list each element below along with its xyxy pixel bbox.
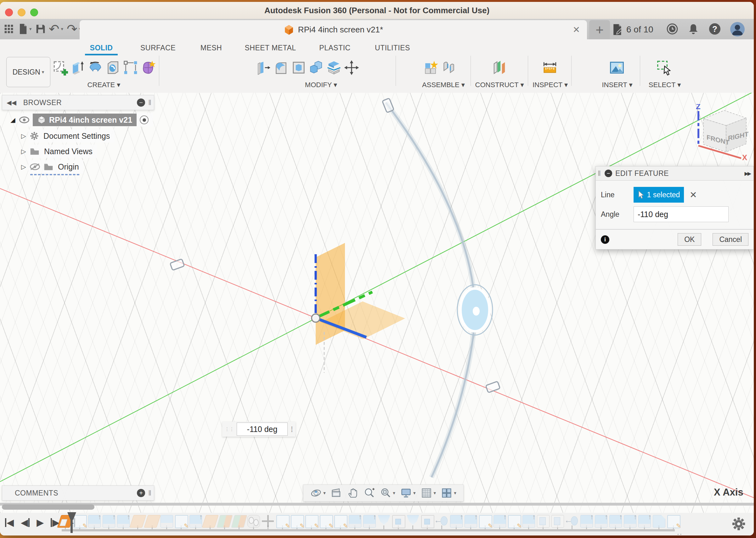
modify-group-label[interactable]: MODIFY ▾ (305, 81, 337, 89)
create-group-label[interactable]: CREATE ▾ (87, 81, 121, 89)
timeline-feature-extrude[interactable] (363, 515, 376, 528)
timeline-feature-planes[interactable] (217, 515, 233, 528)
ribbon-tab-surface[interactable]: SURFACE (141, 44, 176, 52)
timeline-feature-sketch[interactable] (334, 515, 347, 528)
horizontal-sketch-plane[interactable] (321, 301, 405, 339)
visibility-eye-icon[interactable] (19, 116, 29, 123)
canvas-angle-input[interactable]: -110 deg (237, 422, 288, 436)
view-cube[interactable]: Z X FRONT RIGHT (694, 104, 754, 161)
rotate-handle[interactable] (460, 289, 490, 331)
profile-handle[interactable] (170, 259, 184, 270)
browser-panel-header[interactable]: ◀◀ BROWSER − ‖ (2, 95, 154, 110)
viewport-canvas[interactable]: Z X FRONT RIGHT ◀◀ BROWSER − ‖ ◢ (0, 93, 754, 513)
timeline-feature-extrude[interactable] (522, 515, 535, 528)
timeline-feature-extrude[interactable] (609, 515, 622, 528)
timeline-feature-extrude[interactable] (624, 515, 636, 528)
canvas-scrollbar-thumb[interactable] (2, 504, 94, 510)
extrude-button[interactable] (70, 58, 86, 78)
timeline-feature-extrude[interactable] (494, 515, 506, 528)
timeline-feature-extrude[interactable] (580, 515, 593, 528)
joint-button[interactable] (441, 58, 457, 78)
timeline-feature-move[interactable] (262, 515, 274, 527)
activate-component-radio[interactable] (140, 116, 148, 124)
timeline-feature-sketch[interactable] (175, 515, 188, 528)
timeline-feature-extrude[interactable] (103, 515, 115, 528)
browser-minimize-icon[interactable]: − (137, 98, 145, 107)
help-button[interactable]: ? (709, 23, 721, 34)
angle-panel-grip[interactable]: ⋮⋮ (225, 428, 234, 430)
timeline-playhead[interactable] (67, 512, 76, 534)
look-at-button[interactable] (331, 487, 342, 499)
cancel-button[interactable]: Cancel (713, 233, 748, 246)
grid-snap-button[interactable]: ▾ (421, 487, 436, 499)
timeline-feature-extrude[interactable] (595, 515, 608, 528)
timeline-feature-mirror[interactable] (566, 515, 578, 527)
clear-selection-icon[interactable]: ✕ (690, 190, 697, 200)
display-settings-button[interactable]: ▾ (400, 487, 416, 499)
y-axis-handle[interactable] (317, 292, 372, 317)
insert-group-label[interactable]: INSERT ▾ (602, 81, 632, 89)
inspect-group-label[interactable]: INSPECT ▾ (533, 81, 568, 89)
timeline-feature-extrude[interactable] (190, 515, 202, 528)
document-tab[interactable]: RPi4 4inch screen v21* ✕ (80, 20, 587, 39)
comments-drag-grip[interactable]: ‖ (148, 489, 151, 497)
timeline-feature-sketch[interactable] (276, 515, 290, 528)
profile-handle[interactable] (382, 98, 394, 113)
add-comment-icon[interactable]: + (137, 489, 145, 497)
angle-panel-menu-icon[interactable]: ⁞ (291, 428, 293, 431)
canvas-scrollbar-track[interactable] (0, 503, 754, 506)
line-selected-button[interactable]: 1 selected (634, 187, 684, 203)
zoom-button[interactable] (364, 487, 375, 499)
browser-root-row[interactable]: ◢ RPi4 4inch screen v21 (8, 113, 153, 127)
browser-drag-grip[interactable]: ‖ (148, 98, 151, 107)
timeline-feature-cylinders[interactable] (247, 515, 260, 528)
select-button[interactable] (656, 58, 672, 78)
new-component-button[interactable] (423, 58, 439, 78)
pan-button[interactable] (347, 487, 359, 499)
step-back-button[interactable]: ◀ (21, 518, 29, 527)
origin-point[interactable] (312, 314, 320, 322)
job-history-button[interactable] (666, 23, 678, 35)
timeline-feature-planes[interactable] (231, 515, 247, 528)
vertical-sketch-plane[interactable] (316, 243, 345, 345)
browser-item-named-views[interactable]: ▷ Named Views (19, 145, 97, 158)
angle-input[interactable]: -110 deg (634, 206, 728, 222)
timeline-feature-extrude[interactable] (88, 515, 101, 528)
timeline-feature-sketch[interactable] (667, 515, 680, 528)
timeline-feature-extrude[interactable] (465, 515, 477, 528)
browser-item-origin[interactable]: ▷ Origin (19, 160, 84, 173)
fillet-button[interactable] (273, 58, 289, 78)
profile-handle[interactable] (486, 381, 500, 393)
timeline-feature-extrude[interactable] (450, 515, 463, 528)
timeline-feature-boxes[interactable] (552, 515, 564, 528)
expander-icon[interactable]: ▷ (19, 132, 28, 140)
browser-item-document-settings[interactable]: ▷ Document Settings (19, 129, 114, 142)
construct-plane-button[interactable] (492, 58, 507, 78)
ribbon-tab-mesh[interactable]: MESH (201, 44, 222, 52)
timeline-feature-boxes[interactable] (537, 515, 550, 528)
assemble-group-label[interactable]: ASSEMBLE ▾ (422, 81, 465, 89)
timeline-feature-sketch[interactable] (291, 515, 304, 528)
rotate-arc[interactable] (386, 103, 475, 477)
dialog-collapse-icon[interactable]: − (605, 170, 612, 177)
timeline-feature-plane[interactable] (130, 515, 146, 528)
edit-feature-dialog-header[interactable]: ‖ − EDIT FEATURE ▶▶ (596, 166, 754, 181)
ribbon-tab-solid[interactable]: SOLID (90, 44, 113, 52)
job-status[interactable]: 6 of 10 (611, 23, 653, 36)
play-button[interactable]: ▶ (36, 518, 44, 527)
dialog-dock-icon[interactable]: ▶▶ (744, 171, 750, 177)
timeline-feature-shell[interactable] (392, 515, 405, 528)
timeline-feature-extrude[interactable] (638, 515, 651, 528)
split-body-button[interactable] (326, 58, 342, 78)
timeline-feature-extrude[interactable] (117, 515, 130, 528)
user-avatar[interactable] (730, 22, 745, 36)
hole-button[interactable] (105, 58, 121, 78)
dialog-drag-grip[interactable]: ‖ (598, 169, 601, 178)
expander-icon[interactable]: ▷ (19, 147, 28, 155)
expander-open-icon[interactable]: ◢ (8, 116, 18, 124)
timeline-feature-mirror[interactable] (436, 515, 447, 527)
measure-button[interactable] (542, 58, 558, 78)
construct-group-label[interactable]: CONSTRUCT ▾ (475, 81, 524, 89)
notifications-button[interactable] (688, 23, 699, 35)
visibility-off-eye-icon[interactable] (29, 163, 40, 171)
